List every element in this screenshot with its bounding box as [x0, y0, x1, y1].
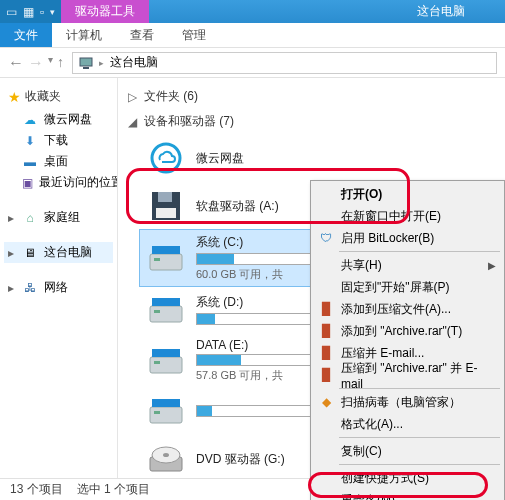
menu-item[interactable]: 打开(O) [313, 183, 502, 205]
drive-icon [144, 290, 188, 330]
menu-item-icon: ▉ [317, 302, 335, 316]
chevron-right-icon: ▸ [8, 211, 16, 225]
menu-item-icon: 🛡 [317, 231, 335, 245]
menu-item[interactable]: 固定到"开始"屏幕(P) [313, 276, 502, 298]
menu-item[interactable]: 复制(C) [313, 440, 502, 462]
svg-rect-13 [154, 361, 160, 364]
drive-item[interactable]: 微云网盘 [140, 134, 350, 182]
ribbon-tab-view[interactable]: 查看 [116, 23, 168, 47]
sidebar-this-pc[interactable]: ▸ 🖥 这台电脑 [4, 242, 113, 263]
star-icon: ★ [8, 89, 21, 105]
drive-label: 微云网盘 [196, 150, 346, 167]
network-icon: 🖧 [22, 280, 38, 296]
sidebar-fav-desktop[interactable]: ▬ 桌面 [18, 151, 113, 172]
chevron-right-icon: ▸ [8, 246, 16, 260]
qat-props-icon[interactable]: ▦ [23, 5, 34, 19]
qat-dropdown-icon[interactable]: ▾ [50, 7, 55, 17]
menu-item-label: 格式化(A)... [341, 416, 403, 433]
svg-rect-7 [154, 258, 160, 261]
menu-item[interactable]: ▉添加到 "Archive.rar"(T) [313, 320, 502, 342]
menu-item-label: 重命名(M) [341, 492, 395, 501]
sidebar-network[interactable]: ▸ 🖧 网络 [4, 277, 113, 298]
sidebar-favorites-header[interactable]: ★ 收藏夹 [4, 86, 113, 107]
nav-up-icon[interactable]: ↑ [57, 54, 64, 72]
nav-back-icon[interactable]: ← [8, 54, 24, 72]
drive-icon [144, 439, 188, 478]
menu-item[interactable]: ◆扫描病毒（电脑管家） [313, 391, 502, 413]
sidebar-fav-downloads[interactable]: ⬇ 下载 [18, 130, 113, 151]
menu-separator [339, 437, 500, 438]
chevron-right-icon: ▸ [99, 58, 104, 68]
breadcrumb-location[interactable]: 这台电脑 [110, 54, 158, 71]
sidebar-item-label: 网络 [44, 279, 68, 296]
drive-icon [144, 391, 188, 431]
menu-item[interactable]: 共享(H)▶ [313, 254, 502, 276]
menu-separator [339, 251, 500, 252]
ribbon-tab-computer[interactable]: 计算机 [52, 23, 116, 47]
section-drives-label: 设备和驱动器 (7) [144, 113, 234, 130]
menu-item[interactable]: 🛡启用 BitLocker(B) [313, 227, 502, 249]
svg-rect-17 [152, 399, 180, 407]
svg-rect-11 [152, 298, 180, 306]
menu-item-icon: ▉ [317, 368, 335, 382]
cloud-icon: ☁ [22, 112, 38, 128]
svg-rect-15 [150, 407, 182, 423]
ribbon-tab-manage[interactable]: 管理 [168, 23, 220, 47]
breadcrumb[interactable]: ▸ 这台电脑 [72, 52, 497, 74]
submenu-arrow-icon: ▶ [488, 260, 496, 271]
address-bar-row: ← → ▾ ↑ ▸ 这台电脑 [0, 48, 505, 78]
homegroup-icon: ⌂ [22, 210, 38, 226]
sidebar-fav-weiyun[interactable]: ☁ 微云网盘 [18, 109, 113, 130]
menu-item[interactable]: 格式化(A)... [313, 413, 502, 435]
app-icon: ▭ [6, 5, 17, 19]
chevron-down-icon: ◢ [128, 115, 138, 129]
menu-item[interactable]: 创建快捷方式(S) [313, 467, 502, 489]
menu-item-label: 固定到"开始"屏幕(P) [341, 279, 450, 296]
menu-item[interactable]: 重命名(M) [313, 489, 502, 500]
menu-item-icon: ▉ [317, 346, 335, 360]
drive-icon [144, 138, 188, 178]
svg-rect-16 [154, 411, 160, 414]
menu-item-label: 压缩到 "Archive.rar" 并 E-mail [341, 360, 484, 391]
sidebar-fav-recent[interactable]: ▣ 最近访问的位置 [18, 172, 113, 193]
sidebar-homegroup[interactable]: ▸ ⌂ 家庭组 [4, 207, 113, 228]
svg-rect-8 [152, 246, 180, 254]
svg-rect-12 [150, 357, 182, 373]
this-pc-icon [79, 56, 93, 70]
menu-item[interactable]: 在新窗口中打开(E) [313, 205, 502, 227]
qat-newfolder-icon[interactable]: ▫ [40, 5, 44, 19]
context-menu: 打开(O)在新窗口中打开(E)🛡启用 BitLocker(B)共享(H)▶固定到… [310, 180, 505, 500]
menu-item-label: 添加到 "Archive.rar"(T) [341, 323, 462, 340]
menu-item[interactable]: ▉压缩到 "Archive.rar" 并 E-mail [313, 364, 502, 386]
sidebar-item-label: 这台电脑 [44, 244, 92, 261]
nav-history-icon[interactable]: ▾ [48, 54, 53, 72]
drive-icon [144, 341, 188, 381]
section-drives[interactable]: ◢ 设备和驱动器 (7) [126, 109, 497, 134]
section-folders-label: 文件夹 (6) [144, 88, 198, 105]
status-item-count: 13 个项目 [10, 481, 63, 498]
sidebar-item-label: 最近访问的位置 [39, 174, 118, 191]
svg-rect-9 [150, 306, 182, 322]
section-folders[interactable]: ▷ 文件夹 (6) [126, 84, 497, 109]
menu-item-label: 在新窗口中打开(E) [341, 208, 441, 225]
svg-rect-1 [83, 67, 89, 69]
nav-fwd-icon[interactable]: → [28, 54, 44, 72]
svg-rect-6 [150, 254, 182, 270]
menu-item-label: 扫描病毒（电脑管家） [341, 394, 461, 411]
ribbon-tabs: 文件 计算机 查看 管理 [0, 23, 505, 48]
window-title: 这台电脑 [417, 3, 505, 20]
window-titlebar: ▭ ▦ ▫ ▾ 驱动器工具 这台电脑 [0, 0, 505, 23]
desktop-icon: ▬ [22, 154, 38, 170]
quick-access-toolbar: ▭ ▦ ▫ ▾ [0, 0, 61, 23]
contextual-tab-drive-tools[interactable]: 驱动器工具 [61, 0, 149, 23]
recent-icon: ▣ [22, 175, 33, 191]
ribbon-tab-file[interactable]: 文件 [0, 23, 52, 47]
sidebar-item-label: 下载 [44, 132, 68, 149]
svg-rect-14 [152, 349, 180, 357]
chevron-right-icon: ▷ [128, 90, 138, 104]
drive-icon [144, 238, 188, 278]
menu-separator [339, 464, 500, 465]
menu-item-label: 添加到压缩文件(A)... [341, 301, 451, 318]
this-pc-icon: 🖥 [22, 245, 38, 261]
menu-item[interactable]: ▉添加到压缩文件(A)... [313, 298, 502, 320]
